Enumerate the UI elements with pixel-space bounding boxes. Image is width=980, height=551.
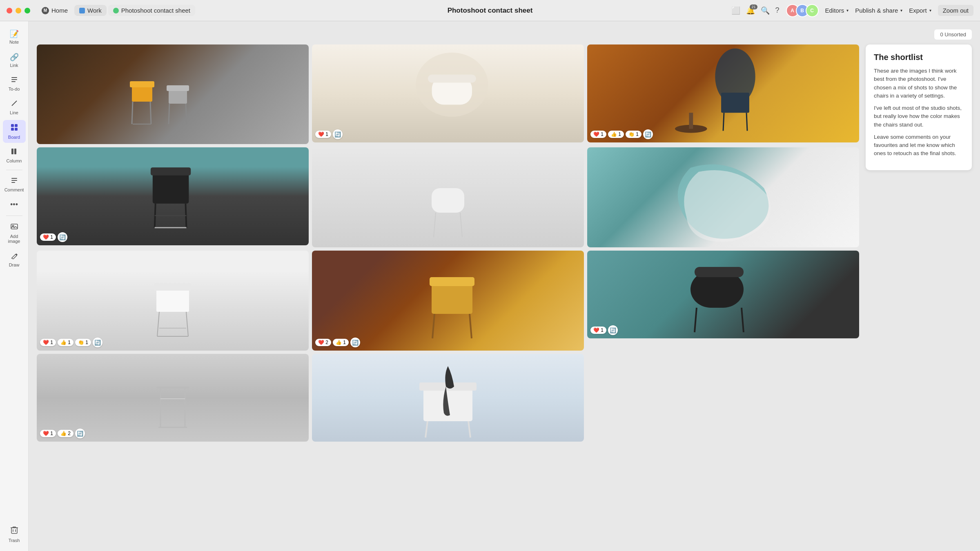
svg-rect-1 [11,79,17,80]
tab-home[interactable]: M Home [37,5,73,16]
fullscreen-button[interactable] [24,8,30,13]
svg-rect-15 [11,528,17,533]
comment-icon [11,177,18,186]
image-cell-11[interactable] [312,354,584,442]
image-cell-5[interactable] [312,147,584,247]
tab-doc[interactable]: Photoshoot contact sheet [108,5,195,16]
svg-rect-19 [130,81,154,87]
image-cell-6[interactable] [587,147,859,247]
svg-line-21 [150,102,151,124]
svg-rect-11 [11,180,17,181]
image-cell-2[interactable]: ❤️ 1 🔄 [312,44,584,142]
trash-icon [10,526,18,537]
reaction-heart-4[interactable]: ❤️ 1 [40,233,56,241]
sidebar-item-draw[interactable]: Draw [3,249,26,271]
editors-button[interactable]: Editors ▾ [825,7,849,14]
titlebar-icons: ⬜ 🔔 21 🔍 ? [731,6,780,15]
svg-rect-8 [11,149,13,154]
reaction-heart-3[interactable]: ❤️ 1 [590,131,606,138]
publish-share-button[interactable]: Publish & share ▾ [855,7,902,14]
sidebar: 📝 Note 🔗 Link To-do Line [0,21,29,551]
reaction-add-2[interactable]: 🔄 [333,129,343,139]
reaction-add-10[interactable]: 🔄 [75,429,85,438]
svg-rect-59 [156,387,189,389]
svg-line-20 [132,102,133,124]
reaction-thumbs-8[interactable]: 👍 1 [333,339,349,346]
titlebar: M Home Work Photoshoot contact sheet Pho… [0,0,980,21]
sidebar-item-link[interactable]: 🔗 Link [3,49,26,71]
svg-rect-4 [11,124,14,127]
image-cell-3[interactable]: ❤️ 1 👍 1 👏 1 🔄 [587,44,859,142]
search-icon[interactable]: 🔍 [761,6,770,15]
sidebar-column-label: Column [7,158,22,163]
sidebar-link-label: Link [10,63,18,68]
tab-bar: M Home Work Photoshoot contact sheet [37,5,731,16]
image-cell-4[interactable]: ❤️ 1 🔄 [37,147,309,245]
image-cell-9[interactable]: ❤️ 1 🔄 [587,251,859,338]
sidebar-item-board[interactable]: Board [3,120,26,143]
board-content: ❤️ 1 🔄 [37,44,972,442]
sidebar-item-column[interactable]: Column [3,144,26,167]
svg-rect-10 [11,178,17,179]
zoomout-button[interactable]: Zoom out [938,5,973,16]
reaction-thumbs-10[interactable]: 👍 2 [58,430,74,437]
sidebar-item-addimage[interactable]: Add image [3,219,26,247]
reaction-add-4[interactable]: 🔄 [58,232,67,242]
reaction-add-8[interactable]: 🔄 [350,338,360,347]
image-cell-8[interactable]: ❤️ 2 👍 1 🔄 [312,251,584,351]
image-cell-1[interactable] [37,44,309,144]
close-button[interactable] [7,8,12,13]
sidebar-item-trash[interactable]: Trash [7,522,22,546]
sidebar-item-line[interactable]: Line [3,96,26,118]
shortlist-para-1: These are the images I think work best f… [874,67,964,100]
svg-line-67 [468,421,470,438]
notification-badge[interactable]: 🔔 21 [746,6,755,15]
reaction-add-7[interactable]: 🔄 [93,338,102,347]
image-grid: ❤️ 1 🔄 [37,44,859,442]
reaction-add-9[interactable]: 🔄 [608,325,618,335]
reaction-clap-7[interactable]: 👏 1 [75,339,91,346]
svg-line-25 [169,104,169,124]
unsorted-button[interactable]: 0 Unsorted [934,29,972,40]
svg-rect-29 [428,75,476,83]
svg-line-33 [746,113,747,131]
svg-rect-7 [15,128,18,131]
doc-icon [113,8,119,13]
traffic-lights [7,8,30,13]
reaction-heart-7[interactable]: ❤️ 1 [40,339,56,346]
main-content: 0 Unsorted [29,21,980,551]
sidebar-item-comment[interactable]: Comment [3,173,26,196]
image-cell-10[interactable]: ❤️ 1 👍 2 🔄 [37,354,309,442]
export-button[interactable]: Export ▾ [909,7,931,14]
reaction-heart-9[interactable]: ❤️ 1 [590,327,606,334]
minimize-button[interactable] [16,8,21,13]
reaction-heart-8[interactable]: ❤️ 2 [315,339,331,346]
notification-count: 21 [750,4,757,9]
sidebar-item-more[interactable]: ••• [3,197,26,212]
home-icon: M [42,7,49,14]
reaction-heart-2[interactable]: ❤️ 1 [315,131,331,138]
board-icon [10,123,18,133]
svg-rect-51 [432,283,472,314]
svg-line-43 [434,213,436,237]
reaction-clap-3[interactable]: 👏 1 [626,131,641,138]
reaction-thumbs-7[interactable]: 👍 1 [58,339,74,346]
svg-line-53 [432,314,434,338]
sidebar-item-note[interactable]: 📝 Note [3,26,26,48]
reactions-10: ❤️ 1 👍 2 🔄 [40,429,85,438]
reactions-7: ❤️ 1 👍 1 👏 1 🔄 [40,338,102,347]
svg-rect-36 [153,171,189,204]
titlebar-right: ⬜ 🔔 21 🔍 ? A B C Editors ▾ Publish & sha… [731,4,974,17]
device-icon: ⬜ [731,6,740,15]
reaction-heart-10[interactable]: ❤️ 1 [40,430,56,437]
reaction-add-3[interactable]: 🔄 [643,129,653,139]
image-cell-7[interactable]: ❤️ 1 👍 1 👏 1 🔄 [37,251,309,351]
question-icon[interactable]: ? [775,6,780,15]
work-icon [79,8,85,13]
svg-line-54 [470,314,472,338]
reaction-thumbs-3[interactable]: 👍 1 [608,131,624,138]
sidebar-note-label: Note [9,40,19,44]
sidebar-item-todo[interactable]: To-do [3,73,26,95]
sidebar-todo-label: To-do [9,87,20,91]
tab-work[interactable]: Work [74,5,107,16]
